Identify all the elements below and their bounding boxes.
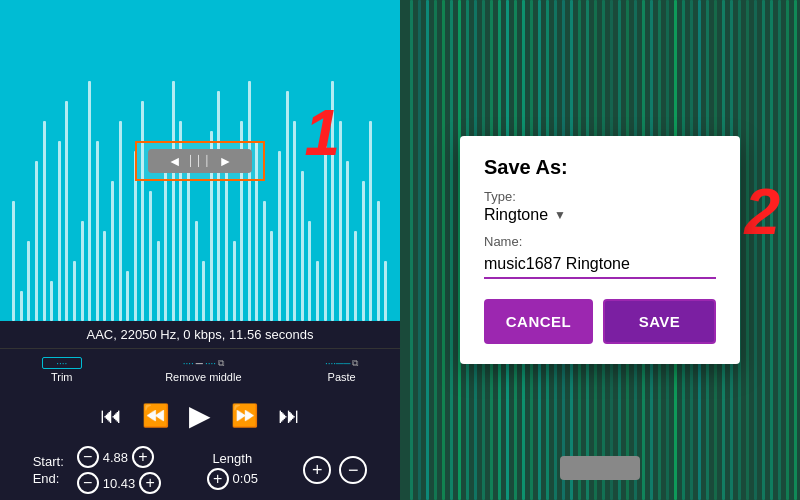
right-arrow-icon: ►	[218, 153, 232, 169]
right-waveform-bar	[786, 0, 789, 500]
waveform-bar	[263, 201, 266, 321]
paste-button[interactable]: ····── ⧉ Paste	[325, 358, 358, 383]
save-as-dialog: Save As: Type: Ringtone ▼ Name: CANCEL S…	[460, 136, 740, 364]
length-group: Length + 0:05	[207, 451, 258, 490]
waveform-bar	[20, 291, 23, 321]
end-increase-button[interactable]: +	[139, 472, 161, 494]
right-waveform-bar	[770, 0, 773, 500]
waveform-bar	[126, 271, 129, 321]
rewind-button[interactable]: ⏪	[142, 403, 169, 429]
skip-to-start-button[interactable]: ⏮	[100, 403, 122, 429]
waveform-bar	[377, 201, 380, 321]
right-panel: Save As: Type: Ringtone ▼ Name: CANCEL S…	[400, 0, 800, 500]
chevron-down-icon: ▼	[554, 208, 566, 222]
start-decrease-button[interactable]: −	[77, 446, 99, 468]
waveform-bar	[12, 201, 15, 321]
waveform-bar	[362, 181, 365, 321]
playback-controls: ⏮ ⏪ ▶ ⏩ ⏭	[0, 391, 400, 440]
waveform-bar	[278, 151, 281, 321]
waveform-bar	[81, 221, 84, 321]
waveform-bar	[43, 121, 46, 321]
right-waveform-bar	[762, 0, 765, 500]
waveform-bar	[149, 191, 152, 321]
waveform-bar	[88, 81, 91, 321]
waveform-bar	[293, 121, 296, 321]
waveform-bar	[65, 101, 68, 321]
zoom-out-button[interactable]: −	[339, 456, 367, 484]
zoom-controls: + −	[303, 456, 367, 484]
trim-button[interactable]: Trim	[42, 357, 82, 383]
name-input[interactable]	[484, 251, 716, 279]
right-waveform-bar	[794, 0, 797, 500]
waveform-bar	[103, 231, 106, 321]
waveform-area: 1 ◄ │││ ►	[0, 0, 400, 321]
audio-info-bar: AAC, 22050 Hz, 0 kbps, 11.56 seconds	[0, 321, 400, 348]
length-label: Length	[212, 451, 252, 466]
paste-label: Paste	[328, 371, 356, 383]
waveform-bar	[96, 141, 99, 321]
waveform-bar	[217, 91, 220, 321]
waveform-bar	[233, 241, 236, 321]
zoom-in-button[interactable]: +	[303, 456, 331, 484]
save-button[interactable]: SAVE	[603, 299, 716, 344]
right-waveform-bar	[450, 0, 453, 500]
end-value: 10.43	[103, 476, 136, 491]
step-1-label: 1	[304, 96, 340, 170]
waveform-bar	[301, 171, 304, 321]
bottom-trim-handle[interactable]	[560, 456, 640, 480]
waveform-bar	[119, 121, 122, 321]
play-button[interactable]: ▶	[189, 399, 211, 432]
waveform-bar	[164, 161, 167, 321]
remove-middle-button[interactable]: ···· ─ ···· ⧉ Remove middle	[165, 358, 241, 383]
right-waveform-bar	[418, 0, 421, 500]
waveform-bar	[384, 261, 387, 321]
skip-to-end-button[interactable]: ⏭	[278, 403, 300, 429]
cancel-button[interactable]: CANCEL	[484, 299, 593, 344]
start-increase-button[interactable]: +	[132, 446, 154, 468]
right-waveform-bar	[746, 0, 749, 500]
length-value: 0:05	[233, 471, 258, 486]
fast-forward-button[interactable]: ⏩	[231, 403, 258, 429]
right-waveform-bar	[434, 0, 437, 500]
trim-handle[interactable]: ◄ │││ ►	[148, 149, 252, 173]
audio-info-text: AAC, 22050 Hz, 0 kbps, 11.56 seconds	[87, 327, 314, 342]
start-end-labels: Start: End:	[33, 454, 73, 486]
type-select-row[interactable]: Ringtone ▼	[484, 206, 716, 224]
start-value: 4.88	[103, 450, 128, 465]
type-value: Ringtone	[484, 206, 548, 224]
left-arrow-icon: ◄	[168, 153, 182, 169]
handle-bars: │││	[188, 155, 213, 166]
length-increase-button[interactable]: +	[207, 468, 229, 490]
waveform-bar	[316, 261, 319, 321]
end-label: End:	[33, 471, 73, 486]
waveform-bar	[141, 101, 144, 321]
step-2-label: 2	[744, 175, 780, 249]
remove-middle-label: Remove middle	[165, 371, 241, 383]
trim-icon	[42, 357, 82, 369]
waveform-bar	[248, 81, 251, 321]
type-label: Type:	[484, 189, 716, 204]
waveform-bar	[202, 261, 205, 321]
right-waveform-bar	[426, 0, 429, 500]
waveform-bar	[195, 221, 198, 321]
waveform-bar	[35, 161, 38, 321]
trim-selector-box[interactable]: ◄ │││ ►	[135, 141, 265, 181]
waveform-bar	[308, 221, 311, 321]
end-decrease-button[interactable]: −	[77, 472, 99, 494]
start-time-group: Start: End: − 4.88 + − 10.43 +	[33, 446, 162, 494]
waveform-bar	[172, 81, 175, 321]
waveform-bar	[111, 181, 114, 321]
controls-toolbar: Trim ···· ─ ···· ⧉ Remove middle ····── …	[0, 348, 400, 391]
waveform-bar	[270, 231, 273, 321]
waveform-bar	[58, 141, 61, 321]
time-controls: Start: End: − 4.88 + − 10.43 + Length	[0, 440, 400, 500]
waveform-bar	[225, 171, 228, 321]
right-waveform-bar	[754, 0, 757, 500]
trim-label: Trim	[51, 371, 73, 383]
waveform-bar	[73, 261, 76, 321]
waveform-bar	[50, 281, 53, 321]
left-panel: 1 ◄ │││ ► AAC, 22050 Hz, 0 kbps, 11.56 s…	[0, 0, 400, 500]
start-label: Start:	[33, 454, 73, 469]
waveform-bar	[286, 91, 289, 321]
name-label: Name:	[484, 234, 716, 249]
